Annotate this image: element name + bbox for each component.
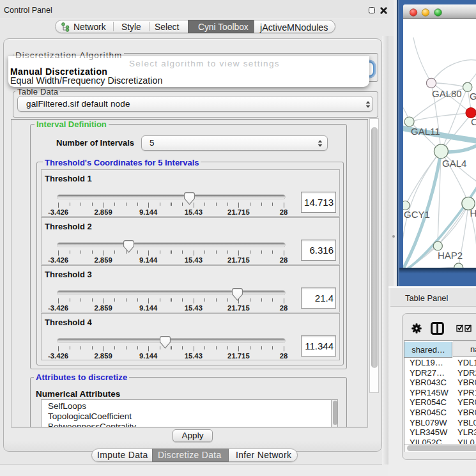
svg-text:GAL11: GAL11 [411,125,440,136]
svg-text:H: H [470,207,476,218]
svg-text:GAL4: GAL4 [442,157,466,168]
svg-text:CY: CY [471,116,476,127]
svg-text:GA: GA [470,90,476,101]
svg-text:GCY1: GCY1 [404,208,430,219]
svg-text:HAP2: HAP2 [438,250,463,261]
svg-text:GAL80: GAL80 [432,88,462,98]
